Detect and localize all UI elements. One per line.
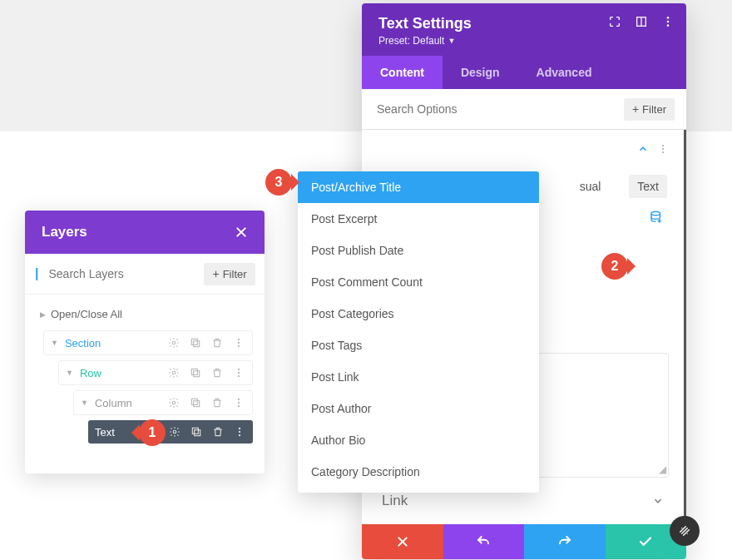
svg-point-22 bbox=[239, 431, 240, 433]
tab-advanced[interactable]: Advanced bbox=[518, 56, 611, 89]
svg-point-21 bbox=[239, 428, 240, 429]
settings-filter-button[interactable]: + Filter bbox=[624, 98, 675, 121]
svg-point-15 bbox=[238, 399, 240, 400]
cancel-button[interactable] bbox=[362, 524, 443, 559]
editor-tab-text[interactable]: Text bbox=[629, 175, 667, 198]
dropdown-item-post-tags[interactable]: Post Tags bbox=[298, 330, 539, 361]
panel-resize-handle[interactable] bbox=[670, 516, 700, 546]
svg-point-11 bbox=[238, 375, 240, 377]
svg-point-18 bbox=[173, 430, 176, 434]
chevron-down-icon bbox=[652, 495, 664, 507]
chevron-down-icon: ▼ bbox=[81, 399, 88, 407]
editor-tab-visual[interactable]: sual bbox=[571, 175, 610, 198]
callout-3: 3 bbox=[260, 169, 298, 196]
svg-point-3 bbox=[238, 339, 240, 340]
expand-icon[interactable] bbox=[608, 15, 621, 28]
trash-icon[interactable] bbox=[211, 425, 225, 439]
tab-content[interactable]: Content bbox=[362, 56, 443, 89]
svg-rect-13 bbox=[191, 399, 197, 404]
layers-header: Layers bbox=[25, 211, 265, 254]
layer-column[interactable]: ▼ Column bbox=[73, 390, 253, 415]
more-icon[interactable] bbox=[232, 396, 245, 409]
duplicate-icon[interactable] bbox=[189, 366, 202, 379]
more-icon[interactable] bbox=[232, 366, 245, 379]
svg-point-31 bbox=[651, 211, 660, 216]
svg-point-28 bbox=[662, 145, 664, 146]
svg-point-29 bbox=[662, 148, 664, 150]
layer-section[interactable]: ▼ Section bbox=[43, 330, 253, 355]
gear-icon[interactable] bbox=[167, 336, 181, 349]
dropdown-item-post-publish-date[interactable]: Post Publish Date bbox=[298, 235, 539, 266]
duplicate-icon[interactable] bbox=[189, 396, 202, 409]
gear-icon[interactable] bbox=[167, 366, 181, 379]
undo-button[interactable] bbox=[443, 524, 525, 559]
column-icon[interactable] bbox=[635, 15, 648, 28]
more-icon[interactable] bbox=[657, 143, 669, 155]
svg-point-27 bbox=[667, 24, 670, 27]
settings-header: Text Settings Preset: Default ▼ bbox=[362, 3, 686, 56]
resize-handle-icon[interactable]: ◢ bbox=[659, 463, 666, 475]
dropdown-item-author-bio[interactable]: Author Bio bbox=[298, 424, 539, 456]
layers-body: ▶ Open/Close All ▼ Section ▼ Row bbox=[25, 295, 265, 473]
gear-icon[interactable] bbox=[167, 396, 181, 409]
more-icon[interactable] bbox=[233, 425, 246, 439]
svg-rect-14 bbox=[194, 401, 200, 407]
settings-tabs: Content Design Advanced bbox=[362, 56, 686, 89]
dropdown-item-post-archive-title[interactable]: Post/Archive Title bbox=[298, 171, 539, 203]
duplicate-icon[interactable] bbox=[189, 336, 202, 349]
chevron-down-icon: ▼ bbox=[448, 37, 455, 45]
svg-rect-7 bbox=[191, 369, 197, 374]
svg-rect-1 bbox=[191, 339, 197, 344]
chevron-down-icon: ▼ bbox=[51, 339, 58, 347]
svg-point-0 bbox=[172, 341, 176, 344]
svg-point-6 bbox=[172, 371, 176, 374]
svg-point-10 bbox=[238, 372, 240, 374]
dropdown-item-post-author[interactable]: Post Author bbox=[298, 393, 539, 424]
close-icon[interactable] bbox=[235, 225, 248, 239]
svg-point-25 bbox=[667, 17, 670, 19]
svg-point-23 bbox=[239, 434, 240, 436]
svg-rect-8 bbox=[194, 371, 200, 377]
chevron-down-icon: ▼ bbox=[66, 369, 73, 377]
svg-point-26 bbox=[667, 21, 670, 23]
dynamic-content-icon[interactable] bbox=[649, 210, 664, 225]
chevron-right-icon: ▶ bbox=[40, 310, 46, 319]
layers-title: Layers bbox=[42, 224, 87, 240]
svg-point-16 bbox=[238, 402, 240, 404]
chevron-up-icon bbox=[637, 143, 649, 155]
dynamic-content-dropdown: Post/Archive Title Post Excerpt Post Pub… bbox=[298, 171, 539, 493]
layer-row[interactable]: ▼ Row bbox=[58, 360, 253, 385]
callout-1: 1 bbox=[133, 419, 171, 446]
svg-point-9 bbox=[238, 369, 240, 370]
settings-search-input[interactable] bbox=[373, 97, 617, 121]
svg-rect-2 bbox=[194, 341, 200, 347]
dropdown-item-post-excerpt[interactable]: Post Excerpt bbox=[298, 203, 539, 235]
redo-button[interactable] bbox=[524, 524, 606, 559]
more-icon[interactable] bbox=[232, 336, 245, 349]
layers-search-row: | + Filter bbox=[25, 254, 265, 295]
settings-search-row: + Filter bbox=[362, 89, 686, 130]
callout-2: 2 bbox=[596, 253, 634, 280]
svg-point-17 bbox=[238, 405, 240, 407]
editor-mode-tabs: sual Text bbox=[571, 175, 667, 198]
trash-icon[interactable] bbox=[210, 336, 224, 349]
dropdown-item-post-comment-count[interactable]: Post Comment Count bbox=[298, 266, 539, 298]
section-collapse[interactable] bbox=[377, 140, 669, 161]
settings-footer bbox=[362, 524, 686, 559]
trash-icon[interactable] bbox=[210, 396, 224, 409]
dropdown-item-post-categories[interactable]: Post Categories bbox=[298, 298, 539, 330]
svg-point-12 bbox=[172, 401, 176, 404]
svg-rect-19 bbox=[192, 428, 198, 434]
trash-icon[interactable] bbox=[210, 366, 224, 379]
svg-point-4 bbox=[238, 342, 240, 344]
preset-selector[interactable]: Preset: Default ▼ bbox=[378, 35, 455, 47]
svg-point-5 bbox=[238, 345, 240, 347]
duplicate-icon[interactable] bbox=[190, 425, 203, 439]
tab-design[interactable]: Design bbox=[443, 56, 518, 89]
layers-filter-button[interactable]: + Filter bbox=[204, 263, 255, 285]
layers-search-input[interactable] bbox=[45, 262, 197, 285]
more-icon[interactable] bbox=[661, 15, 675, 28]
dropdown-item-post-link[interactable]: Post Link bbox=[298, 361, 539, 393]
dropdown-item-category-description[interactable]: Category Description bbox=[298, 456, 539, 488]
open-close-all[interactable]: ▶ Open/Close All bbox=[37, 303, 253, 330]
